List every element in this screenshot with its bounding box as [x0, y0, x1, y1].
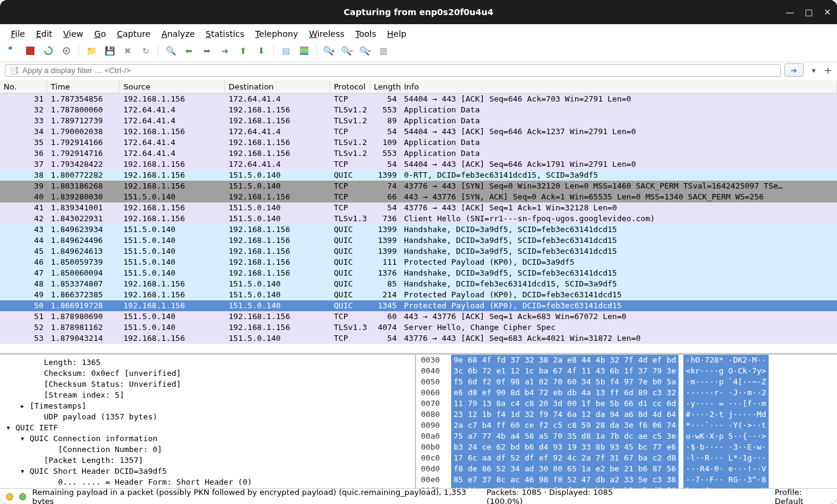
- tree-item[interactable]: 0... .... = Header Form: Short Header (0…: [1, 477, 414, 488]
- tree-item[interactable]: [Checksum Status: Unverified]: [1, 379, 414, 390]
- hex-row[interactable]: 00c017 6c aa df 52 df ef 92 4c 2a 7f 31 …: [416, 453, 837, 464]
- packet-row[interactable]: 381.800772282192.168.1.156151.5.0.140QUI…: [0, 170, 837, 181]
- find-packet-icon[interactable]: 🔍: [163, 44, 178, 58]
- hex-row[interactable]: 008023 12 1b f4 1d 32 f9 74 6a 12 da 94 …: [416, 409, 837, 420]
- tree-item[interactable]: Length: 1365: [1, 357, 414, 368]
- packet-row[interactable]: 511.878980690151.5.0.140192.168.1.156TCP…: [0, 311, 837, 322]
- col-info[interactable]: Info: [400, 80, 837, 93]
- menubar: FileEditViewGoCaptureAnalyzeStatisticsTe…: [0, 24, 837, 42]
- tree-item[interactable]: [Stream index: 5]: [1, 390, 414, 401]
- packet-row[interactable]: 351.792914166172.64.41.4192.168.1.156TLS…: [0, 137, 837, 148]
- close-file-icon[interactable]: ✖: [120, 44, 135, 58]
- maximize-icon[interactable]: □: [805, 7, 813, 17]
- bookmark-icon[interactable]: 📑: [9, 66, 19, 75]
- hex-row[interactable]: 00e085 e7 37 8c ac 46 98 f0 52 47 db a2 …: [416, 474, 837, 485]
- packet-row[interactable]: 461.850059739151.5.0.140192.168.1.156QUI…: [0, 257, 837, 268]
- expert-info-icon[interactable]: [6, 493, 13, 500]
- packet-row[interactable]: 521.878981162151.5.0.140192.168.1.156TLS…: [0, 322, 837, 333]
- reload-icon[interactable]: ↻: [138, 44, 153, 58]
- hex-row[interactable]: 00d0f8 de 86 52 34 ad 30 00 65 1a e2 be …: [416, 464, 837, 474]
- packet-row[interactable]: 451.849624613151.5.0.140192.168.1.156QUI…: [0, 246, 837, 257]
- minimize-icon[interactable]: —: [786, 7, 794, 17]
- colorize-icon[interactable]: [297, 44, 311, 58]
- capture-options-icon[interactable]: [59, 44, 74, 58]
- packet-row[interactable]: 481.853374807192.168.1.156151.5.0.140QUI…: [0, 279, 837, 289]
- packet-list[interactable]: 311.787354856192.168.1.156172.64.41.4TCP…: [0, 94, 837, 353]
- auto-scroll-icon[interactable]: ▤: [279, 44, 293, 58]
- status-profile[interactable]: Profile: Default: [775, 488, 831, 505]
- go-to-packet-icon[interactable]: ➜: [218, 44, 232, 58]
- close-icon[interactable]: ✕: [824, 7, 831, 17]
- hex-row[interactable]: 00403c 6b 72 e1 12 1c ba 67 4f 11 43 6b …: [416, 366, 837, 376]
- packet-row[interactable]: 421.843022931192.168.1.156151.5.0.140TLS…: [0, 213, 837, 224]
- menu-go[interactable]: Go: [90, 27, 111, 41]
- hex-row[interactable]: 00a075 a7 77 4b a4 58 a5 70 35 d8 1a 7b …: [416, 431, 837, 442]
- packet-row[interactable]: 361.792914716172.64.41.4192.168.1.156TLS…: [0, 148, 837, 159]
- menu-telephony[interactable]: Telephony: [250, 27, 303, 41]
- stop-capture-icon[interactable]: [23, 44, 37, 58]
- tree-item[interactable]: [Packet Length: 1357]: [1, 455, 414, 466]
- col-src[interactable]: Source: [120, 80, 225, 93]
- tree-item[interactable]: ▾ QUIC Connection information: [1, 433, 414, 444]
- menu-file[interactable]: File: [6, 27, 30, 41]
- col-proto[interactable]: Protocol: [330, 80, 370, 93]
- menu-tools[interactable]: Tools: [351, 27, 382, 41]
- packet-row[interactable]: 371.793428422192.168.1.156172.64.41.4TCP…: [0, 159, 837, 170]
- hex-row[interactable]: 007011 79 13 8a c4 c8 20 3d 00 1f be 5b …: [416, 398, 837, 409]
- packet-row[interactable]: 391.803186268192.168.1.156151.5.0.140TCP…: [0, 181, 837, 192]
- zoom-in-icon[interactable]: 🔍+: [322, 44, 336, 58]
- tree-item[interactable]: [Connection Number: 0]: [1, 444, 414, 455]
- tree-item[interactable]: Checksum: 0x0ecf [unverified]: [1, 368, 414, 379]
- packet-row[interactable]: 331.789712739172.64.41.4192.168.1.156TLS…: [0, 115, 837, 126]
- hex-row[interactable]: 00902a c7 b4 ff 60 ce f2 c5 c8 59 28 da …: [416, 420, 837, 431]
- packet-row[interactable]: 401.839280030151.5.0.140192.168.1.156TCP…: [0, 192, 837, 202]
- zoom-reset-icon[interactable]: 🔍=: [358, 44, 373, 58]
- packet-row[interactable]: 411.839341001192.168.1.156151.5.0.140TCP…: [0, 202, 837, 213]
- menu-analyze[interactable]: Analyze: [157, 27, 200, 41]
- packet-row[interactable]: 471.850060094151.5.0.140192.168.1.156QUI…: [0, 268, 837, 279]
- hex-row[interactable]: 00b0b3 24 ce 62 bd b6 d4 93 19 33 8b 93 …: [416, 442, 837, 453]
- tree-item[interactable]: ▾ QUIC Short Header DCID=3a9df5: [1, 466, 414, 477]
- tree-item[interactable]: ▾ QUIC IETF: [1, 422, 414, 433]
- menu-wireless[interactable]: Wireless: [304, 27, 350, 41]
- menu-capture[interactable]: Capture: [112, 27, 155, 41]
- menu-statistics[interactable]: Statistics: [201, 27, 249, 41]
- menu-edit[interactable]: Edit: [31, 27, 57, 41]
- hex-row[interactable]: 00309e 68 4f fd 37 32 38 2a e8 44 4b 32 …: [416, 355, 837, 366]
- display-filter-input[interactable]: 📑: [5, 64, 781, 77]
- tree-item[interactable]: ▸ [Timestamps]: [1, 401, 414, 412]
- packet-details-tree[interactable]: Length: 1365 Checksum: 0x0ecf [unverifie…: [0, 355, 416, 488]
- packet-bytes-hex[interactable]: 00309e 68 4f fd 37 32 38 2a e8 44 4b 32 …: [416, 355, 837, 488]
- filter-expression-button[interactable]: ▾: [807, 63, 821, 77]
- save-file-icon[interactable]: 💾: [102, 44, 117, 58]
- packet-row[interactable]: 501.866919728192.168.1.156151.5.0.140QUI…: [0, 300, 837, 311]
- go-last-icon[interactable]: ⬇: [254, 44, 269, 58]
- restart-capture-icon[interactable]: [41, 44, 56, 58]
- filter-field[interactable]: [22, 66, 777, 75]
- tree-item[interactable]: UDP payload (1357 bytes): [1, 412, 414, 422]
- hex-row[interactable]: 0050f5 6d f2 0f 98 a1 02 70 60 34 5b f4 …: [416, 376, 837, 387]
- hex-row[interactable]: 0060e6 d8 ef 90 8d b4 72 eb db 4a 13 ff …: [416, 387, 837, 398]
- packet-row[interactable]: 491.866372385192.168.1.156151.5.0.140QUI…: [0, 289, 837, 300]
- menu-view[interactable]: View: [59, 27, 88, 41]
- go-back-icon[interactable]: ⬅: [181, 44, 196, 58]
- go-forward-icon[interactable]: ➡: [200, 44, 214, 58]
- resize-columns-icon[interactable]: ▥: [376, 44, 391, 58]
- packet-row[interactable]: 531.879043214192.168.1.156151.5.0.140TCP…: [0, 333, 837, 344]
- packet-row[interactable]: 341.790002038192.168.1.156172.64.41.4TCP…: [0, 126, 837, 137]
- go-first-icon[interactable]: ⬆: [236, 44, 250, 58]
- col-len[interactable]: Length: [370, 80, 400, 93]
- col-dst[interactable]: Destination: [225, 80, 330, 93]
- col-no[interactable]: No.: [0, 80, 47, 93]
- open-file-icon[interactable]: 📁: [84, 44, 99, 58]
- zoom-out-icon[interactable]: 🔍−: [340, 44, 354, 58]
- packet-row[interactable]: 321.787800060172.64.41.4192.168.1.156TLS…: [0, 105, 837, 115]
- packet-row[interactable]: 431.849623934151.5.0.140192.168.1.156QUI…: [0, 224, 837, 235]
- packet-row[interactable]: 441.849624496151.5.0.140192.168.1.156QUI…: [0, 235, 837, 246]
- start-capture-icon[interactable]: [5, 44, 19, 58]
- packet-row[interactable]: 311.787354856192.168.1.156172.64.41.4TCP…: [0, 94, 837, 105]
- menu-help[interactable]: Help: [382, 27, 411, 41]
- add-filter-button[interactable]: +: [824, 65, 832, 76]
- col-time[interactable]: Time: [47, 80, 120, 93]
- apply-filter-button[interactable]: ➔: [784, 63, 804, 77]
